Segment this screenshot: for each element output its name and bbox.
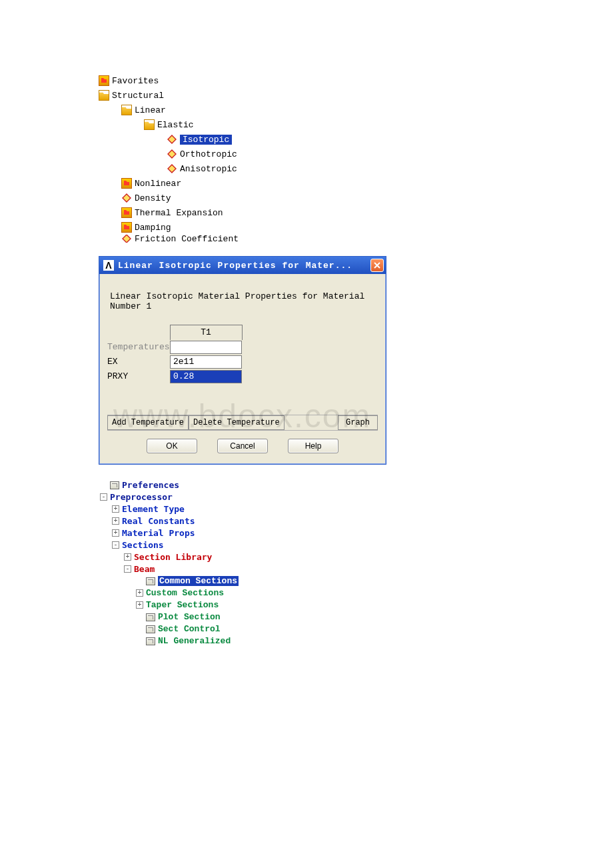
menu-item-sections[interactable]: - Sections bbox=[100, 539, 613, 551]
menu-icon bbox=[146, 637, 155, 645]
tree-item-thermal-expansion[interactable]: Thermal Expansion bbox=[99, 205, 613, 220]
tree-label: Nonlinear bbox=[135, 179, 181, 189]
menu-label: Plot Section bbox=[158, 612, 221, 622]
tree-item-isotropic[interactable]: Isotropic bbox=[99, 132, 613, 147]
expand-icon[interactable]: + bbox=[112, 529, 119, 537]
menu-label: Element Type bbox=[122, 504, 185, 514]
menu-label: Real Constants bbox=[122, 516, 195, 526]
menu-label: Material Props bbox=[122, 528, 195, 538]
ex-input[interactable] bbox=[170, 355, 242, 369]
menu-label: Sect Control bbox=[158, 624, 221, 634]
menu-label: Preprocessor bbox=[110, 492, 173, 502]
leaf-icon bbox=[121, 235, 132, 243]
tree-item-nonlinear[interactable]: Nonlinear bbox=[99, 176, 613, 191]
svg-marker-3 bbox=[123, 194, 131, 202]
row-label-prxy: PRXY bbox=[107, 369, 170, 384]
close-icon[interactable] bbox=[370, 259, 384, 272]
leaf-icon bbox=[167, 163, 177, 174]
temperatures-input[interactable] bbox=[170, 341, 242, 354]
tree-item-damping[interactable]: Damping bbox=[99, 220, 613, 235]
menu-item-nl-generalized[interactable]: NL Generalized bbox=[100, 635, 613, 647]
menu-icon bbox=[146, 613, 155, 621]
expand-icon[interactable]: + bbox=[124, 553, 131, 561]
menu-label: Common Sections bbox=[158, 576, 239, 586]
folder-icon bbox=[99, 75, 109, 86]
tree-label: Anisotropic bbox=[180, 164, 237, 174]
menu-item-beam[interactable]: - Beam bbox=[100, 563, 613, 575]
leaf-icon bbox=[167, 149, 177, 159]
graph-button[interactable]: Graph bbox=[338, 415, 378, 430]
linear-isotropic-dialog: Λ Linear Isotropic Properties for Mater.… bbox=[99, 256, 386, 465]
tree-label: Orthotropic bbox=[180, 149, 237, 159]
open-folder-icon bbox=[121, 105, 132, 115]
expand-icon[interactable]: + bbox=[112, 505, 119, 513]
menu-item-preprocessor[interactable]: - Preprocessor bbox=[100, 491, 613, 503]
menu-icon bbox=[146, 577, 155, 585]
main-menu-tree: Preferences - Preprocessor + Element Typ… bbox=[100, 479, 613, 647]
svg-marker-1 bbox=[168, 150, 176, 158]
add-temperature-button[interactable]: Add Temperature bbox=[107, 415, 189, 430]
tree-label: Damping bbox=[135, 223, 171, 233]
menu-item-custom-sections[interactable]: + Custom Sections bbox=[100, 587, 613, 599]
help-button[interactable]: Help bbox=[288, 439, 338, 453]
tree-item-elastic[interactable]: Elastic bbox=[99, 117, 613, 132]
tree-item-orthotropic[interactable]: Orthotropic bbox=[99, 147, 613, 161]
prxy-input[interactable] bbox=[170, 370, 242, 383]
tree-item-linear[interactable]: Linear bbox=[99, 103, 613, 117]
menu-item-common-sections[interactable]: Common Sections bbox=[100, 575, 613, 587]
tree-label: Elastic bbox=[157, 120, 194, 130]
dialog-title: Linear Isotropic Properties for Mater... bbox=[118, 261, 366, 271]
menu-item-section-library[interactable]: + Section Library bbox=[100, 551, 613, 563]
menu-item-taper-sections[interactable]: + Taper Sections bbox=[100, 599, 613, 611]
delete-temperature-button[interactable]: Delete Temperature bbox=[189, 415, 285, 430]
tree-label: Isotropic bbox=[180, 135, 232, 145]
tree-label: Friction Coefficient bbox=[135, 235, 239, 243]
tree-item-friction-coefficient[interactable]: Friction Coefficient bbox=[99, 235, 613, 243]
leaf-icon bbox=[121, 193, 132, 203]
tree-label: Favorites bbox=[112, 76, 159, 86]
row-label-ex: EX bbox=[107, 355, 170, 369]
tree-item-density[interactable]: Density bbox=[99, 191, 613, 205]
folder-icon bbox=[121, 222, 132, 233]
tree-item-structural[interactable]: Structural bbox=[99, 88, 613, 103]
tree-item-anisotropic[interactable]: Anisotropic bbox=[99, 161, 613, 176]
collapse-icon[interactable]: - bbox=[100, 493, 107, 501]
menu-label: Custom Sections bbox=[146, 588, 224, 598]
svg-marker-4 bbox=[123, 235, 131, 243]
tree-label: Structural bbox=[112, 91, 164, 101]
tree-label: Linear bbox=[135, 105, 166, 115]
menu-icon bbox=[146, 625, 155, 633]
dialog-description: Linear Isotropic Material Properties for… bbox=[107, 291, 378, 311]
menu-item-element-type[interactable]: + Element Type bbox=[100, 503, 613, 515]
column-header-t1: T1 bbox=[170, 325, 242, 340]
folder-icon bbox=[121, 207, 132, 218]
ok-button[interactable]: OK bbox=[147, 439, 197, 453]
menu-item-real-constants[interactable]: + Real Constants bbox=[100, 515, 613, 527]
expand-icon[interactable]: + bbox=[136, 589, 143, 597]
svg-marker-0 bbox=[168, 135, 176, 143]
menu-item-material-props[interactable]: + Material Props bbox=[100, 527, 613, 539]
menu-label: Sections bbox=[122, 540, 164, 550]
menu-item-sect-control[interactable]: Sect Control bbox=[100, 623, 613, 635]
menu-item-preferences[interactable]: Preferences bbox=[100, 479, 613, 491]
menu-label: Preferences bbox=[122, 480, 179, 490]
app-icon: Λ bbox=[103, 260, 114, 271]
expand-icon[interactable]: + bbox=[112, 517, 119, 525]
tree-item-favorites[interactable]: Favorites bbox=[99, 73, 613, 88]
dialog-titlebar[interactable]: Λ Linear Isotropic Properties for Mater.… bbox=[99, 257, 386, 274]
svg-marker-2 bbox=[168, 165, 176, 173]
open-folder-icon bbox=[144, 119, 155, 130]
menu-label: Section Library bbox=[134, 552, 212, 562]
tree-label: Thermal Expansion bbox=[135, 208, 223, 218]
collapse-icon[interactable]: - bbox=[112, 541, 119, 549]
tree-label: Density bbox=[135, 193, 171, 203]
folder-icon bbox=[121, 178, 132, 189]
cancel-button[interactable]: Cancel bbox=[217, 439, 268, 453]
menu-label: NL Generalized bbox=[158, 636, 231, 646]
menu-item-plot-section[interactable]: Plot Section bbox=[100, 611, 613, 623]
open-folder-icon bbox=[99, 90, 109, 101]
menu-label: Beam bbox=[134, 564, 155, 574]
material-model-tree: Favorites Structural Linear Elastic Isot… bbox=[99, 73, 613, 243]
expand-icon[interactable]: + bbox=[136, 601, 143, 609]
collapse-icon[interactable]: - bbox=[124, 565, 131, 573]
